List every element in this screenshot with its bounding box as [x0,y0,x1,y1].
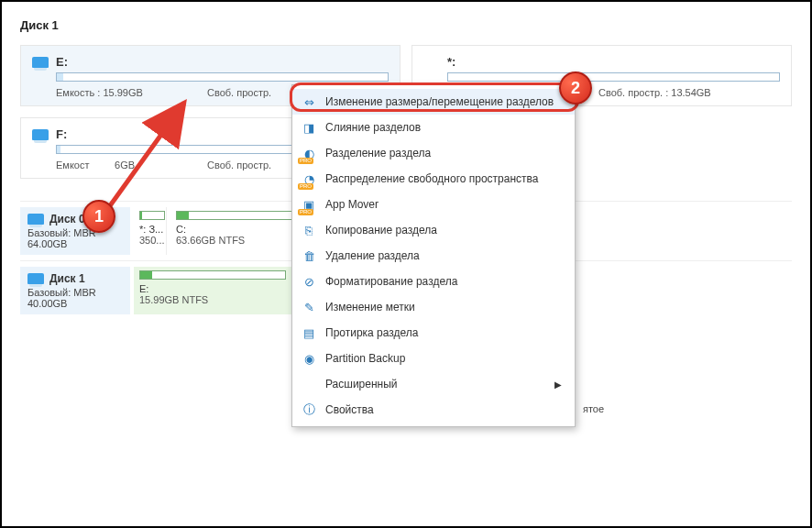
partition-sub: 15.99GB NTFS [139,294,302,305]
free-text: Своб. простр. : 13.54GB [598,87,711,98]
hdd-icon [32,129,49,140]
mini-bar [139,270,286,280]
annotation-bubble-2: 2 [559,72,592,104]
pro-badge: PRO [298,209,313,215]
partition-label: *: З... [139,224,160,235]
menu-label: Разделение раздела [325,147,431,160]
menu-item[interactable]: ⊘Форматирование раздела [292,269,575,294]
menu-item[interactable]: ◐PROРазделение раздела [292,140,575,166]
menu-label: Изменение метки [325,301,415,314]
drive-label: *: [447,55,455,69]
hdd-icon [32,57,49,68]
menu-item[interactable]: ▣PROApp Mover [292,192,575,217]
menu-label: Изменение размера/перемещение разделов [325,95,554,108]
disk-info[interactable]: Диск 1Базовый: MBR40.00GB [20,267,130,314]
drive-label: E: [56,55,68,69]
menu-item[interactable]: ⓘСвойства [292,397,575,423]
submenu-arrow-icon: ▶ [554,380,562,390]
menu-item[interactable]: ◉Partition Backup [292,346,575,371]
menu-icon: ▤ [302,325,316,340]
menu-label: Форматирование раздела [325,275,457,288]
drive-label: F: [56,127,67,141]
partition-label: E: [139,283,302,294]
pro-badge: PRO [298,158,313,164]
menu-label: Копирование раздела [325,224,437,236]
free-text: Своб. простр. [207,160,271,170]
stray-text: ятое [583,403,604,414]
menu-icon: ✎ [302,300,316,314]
usage-bar [56,72,389,82]
menu-item[interactable]: ▤Протирка раздела [292,320,575,346]
disk-type: Базовый: MBR [27,287,123,298]
menu-icon [302,377,316,391]
partition-block[interactable]: *: З...350... [134,207,167,255]
capacity-text: Емкост 6GB [56,160,207,170]
menu-icon: ◉ [302,351,316,366]
context-menu[interactable]: ⇔Изменение размера/перемещение разделов◨… [291,84,576,427]
disk-size: 40.00GB [27,298,123,309]
menu-item[interactable]: ✎Изменение метки [292,294,575,320]
menu-icon: ⎘ [302,223,316,237]
capacity-text: Емкость : 15.99GB [56,87,207,98]
menu-label: Partition Backup [325,352,405,365]
free-text: Своб. простр. [207,87,271,98]
menu-label: Слияние разделов [325,121,421,134]
disk-size: 64.00GB [27,238,123,249]
menu-item[interactable]: ⎘Копирование раздела [292,217,575,243]
partition-block[interactable]: E:15.99GB NTFS [134,267,308,314]
menu-icon: ⇔ [302,94,316,109]
menu-icon: ⊘ [302,274,316,289]
page-title: Диск 1 [20,18,792,32]
usage-bar [447,72,780,82]
menu-label: Удаление раздела [325,249,420,262]
disk-name: Диск 1 [49,272,85,285]
hdd-icon [27,273,44,284]
menu-label: Протирка раздела [325,326,419,339]
menu-label: Свойства [325,403,374,416]
mini-bar [139,211,165,220]
menu-label: Распределение свободного пространства [325,172,539,185]
menu-item[interactable]: ⇔Изменение размера/перемещение разделов [292,89,575,115]
menu-item[interactable]: ◔PROРаспределение свободного пространств… [292,166,575,192]
menu-item[interactable]: 🗑Удаление раздела [292,243,575,269]
menu-icon: ◨ [302,120,316,135]
pro-badge: PRO [298,183,313,190]
partition-sub: 350... [139,235,160,246]
disk-name: Диск 0 [49,213,85,226]
menu-label: Расширенный [325,378,398,390]
menu-item[interactable]: ◨Слияние разделов [292,115,575,140]
annotation-bubble-1: 1 [82,200,115,233]
menu-label: App Mover [325,198,379,211]
menu-item[interactable]: Расширенный▶ [292,371,575,397]
hdd-icon [27,214,44,225]
menu-icon: 🗑 [302,248,316,263]
menu-icon: ⓘ [302,402,316,417]
